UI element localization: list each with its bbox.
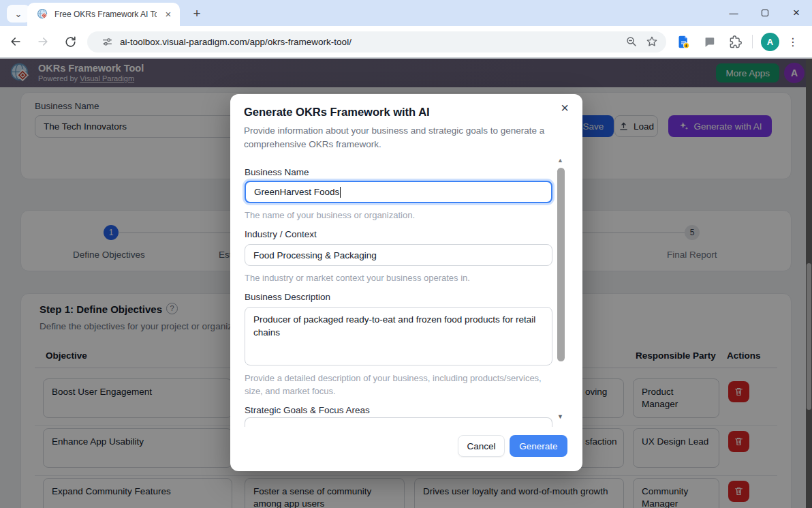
modal-scroll-down-icon[interactable]: ▼ <box>557 413 563 420</box>
window-controls: — × <box>718 0 812 26</box>
modal-description: Provide information about your business … <box>244 124 552 152</box>
doc-download-extension-icon[interactable] <box>674 33 692 50</box>
browser-tab[interactable]: Free OKRs Framework AI Tool | V × <box>27 3 180 26</box>
tab-close-icon[interactable]: × <box>162 8 174 20</box>
forward-button[interactable] <box>31 30 54 53</box>
modal-scroll-up-icon[interactable]: ▲ <box>557 157 563 164</box>
generate-okrs-modal: × Generate OKRs Framework with AI Provid… <box>230 94 582 471</box>
window-minimize-button[interactable]: — <box>718 8 749 18</box>
generate-button[interactable]: Generate <box>510 435 567 457</box>
modal-business-description-label: Business Description <box>245 292 330 302</box>
site-favicon-icon <box>37 8 49 20</box>
cancel-button[interactable]: Cancel <box>458 435 505 457</box>
browser-profile-avatar[interactable]: A <box>761 33 779 51</box>
page-viewport: OKRs Framework Tool Powered by Visual Pa… <box>0 59 812 508</box>
new-tab-button[interactable]: + <box>188 5 206 23</box>
tab-search-chevron-icon[interactable]: ⌄ <box>7 5 30 23</box>
modal-close-icon[interactable]: × <box>557 100 573 116</box>
tab-title: Free OKRs Framework AI Tool | V <box>54 10 157 19</box>
browser-toolbar: ai-toolbox.visual-paradigm.com/app/okrs-… <box>0 26 812 59</box>
modal-scrollbar-thumb[interactable] <box>557 168 565 361</box>
modal-title: Generate OKRs Framework with AI <box>244 106 430 119</box>
site-settings-icon[interactable] <box>99 34 114 49</box>
browser-menu-icon[interactable]: ⋮ <box>786 35 800 48</box>
reload-button[interactable] <box>59 30 82 53</box>
modal-business-name-input[interactable]: GreenHarvest Foods <box>245 181 552 203</box>
modal-business-description-textarea[interactable]: Producer of packaged ready-to-eat and fr… <box>245 307 552 365</box>
modal-strategic-goals-label: Strategic Goals & Focus Areas <box>245 405 370 415</box>
address-bar[interactable]: ai-toolbox.visual-paradigm.com/app/okrs-… <box>87 31 666 53</box>
extensions-puzzle-icon[interactable] <box>726 33 744 50</box>
modal-strategic-goals-textarea[interactable] <box>245 417 552 427</box>
feedback-bubble-icon[interactable] <box>700 33 718 50</box>
url-text: ai-toolbox.visual-paradigm.com/app/okrs-… <box>120 37 619 47</box>
modal-business-description-helper: Provide a detailed description of your b… <box>245 372 552 398</box>
modal-industry-label: Industry / Context <box>245 229 317 239</box>
modal-business-name-value: GreenHarvest Foods <box>254 187 339 197</box>
modal-business-name-helper: The name of your business or organizatio… <box>245 209 552 222</box>
window-close-button[interactable]: × <box>781 6 812 20</box>
modal-industry-input[interactable] <box>245 244 552 266</box>
window-maximize-button[interactable] <box>749 8 781 18</box>
modal-industry-helper: The industry or market context your busi… <box>245 272 552 285</box>
browser-window: ⌄ Free OKRs Framework AI Tool | V × + — … <box>0 0 812 508</box>
tab-strip: ⌄ Free OKRs Framework AI Tool | V × + — … <box>0 0 812 26</box>
maximize-icon <box>762 10 768 16</box>
back-button[interactable] <box>4 30 27 53</box>
bookmark-star-icon[interactable] <box>644 34 659 49</box>
zoom-out-icon[interactable] <box>624 34 639 49</box>
modal-business-name-label: Business Name <box>245 167 309 177</box>
text-caret <box>340 187 341 198</box>
toolbar-separator <box>752 35 753 48</box>
